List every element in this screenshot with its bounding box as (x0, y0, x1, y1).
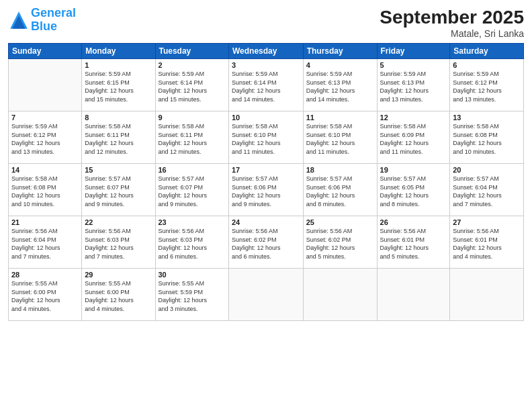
calendar-cell: 5Sunrise: 5:59 AMSunset: 6:13 PMDaylight… (377, 59, 450, 111)
day-info: Sunrise: 5:56 AMSunset: 6:03 PMDaylight:… (159, 227, 226, 261)
calendar-cell (303, 269, 377, 321)
calendar-cell: 21Sunrise: 5:56 AMSunset: 6:04 PMDayligh… (9, 216, 82, 269)
header-saturday: Saturday (450, 44, 524, 59)
day-number: 10 (232, 113, 300, 122)
day-info: Sunrise: 5:56 AMSunset: 6:01 PMDaylight:… (453, 227, 521, 261)
day-number: 9 (159, 113, 226, 122)
calendar-cell: 16Sunrise: 5:57 AMSunset: 6:07 PMDayligh… (155, 164, 228, 216)
day-info: Sunrise: 5:58 AMSunset: 6:11 PMDaylight:… (85, 122, 152, 156)
header-row: Sunday Monday Tuesday Wednesday Thursday… (9, 44, 524, 59)
calendar-cell: 26Sunrise: 5:56 AMSunset: 6:01 PMDayligh… (377, 216, 450, 269)
day-number: 29 (85, 271, 152, 279)
day-info: Sunrise: 5:59 AMSunset: 6:12 PMDaylight:… (453, 70, 521, 103)
day-number: 22 (85, 218, 152, 226)
calendar-cell (450, 269, 524, 321)
calendar-cell: 22Sunrise: 5:56 AMSunset: 6:03 PMDayligh… (82, 216, 155, 269)
header-wednesday: Wednesday (228, 44, 303, 59)
day-info: Sunrise: 5:56 AMSunset: 6:02 PMDaylight:… (306, 227, 374, 261)
calendar-cell: 13Sunrise: 5:58 AMSunset: 6:08 PMDayligh… (450, 111, 524, 164)
day-info: Sunrise: 5:55 AMSunset: 6:00 PMDaylight:… (11, 279, 79, 313)
page-container: General Blue September 2025 Matale, Sri … (0, 0, 532, 411)
calendar-cell: 14Sunrise: 5:58 AMSunset: 6:08 PMDayligh… (9, 164, 82, 216)
day-info: Sunrise: 5:58 AMSunset: 6:08 PMDaylight:… (11, 175, 79, 208)
day-info: Sunrise: 5:59 AMSunset: 6:14 PMDaylight:… (232, 70, 300, 103)
day-info: Sunrise: 5:57 AMSunset: 6:07 PMDaylight:… (159, 175, 226, 208)
day-number: 13 (453, 113, 521, 122)
calendar-cell: 25Sunrise: 5:56 AMSunset: 6:02 PMDayligh… (303, 216, 377, 269)
day-number: 11 (306, 113, 374, 122)
calendar-cell: 1Sunrise: 5:59 AMSunset: 6:15 PMDaylight… (82, 59, 155, 111)
calendar-cell: 27Sunrise: 5:56 AMSunset: 6:01 PMDayligh… (450, 216, 524, 269)
day-number: 2 (159, 61, 226, 69)
calendar-week-1: 1Sunrise: 5:59 AMSunset: 6:15 PMDaylight… (9, 59, 524, 111)
calendar-cell: 17Sunrise: 5:57 AMSunset: 6:06 PMDayligh… (228, 164, 303, 216)
day-info: Sunrise: 5:56 AMSunset: 6:04 PMDaylight:… (11, 227, 79, 261)
day-info: Sunrise: 5:56 AMSunset: 6:01 PMDaylight:… (380, 227, 447, 261)
day-number: 20 (453, 166, 521, 174)
header-sunday: Sunday (9, 44, 82, 59)
calendar-week-3: 14Sunrise: 5:58 AMSunset: 6:08 PMDayligh… (9, 164, 524, 216)
day-info: Sunrise: 5:58 AMSunset: 6:10 PMDaylight:… (232, 122, 300, 156)
day-number: 7 (11, 113, 79, 122)
calendar-cell (377, 269, 450, 321)
calendar-cell: 3Sunrise: 5:59 AMSunset: 6:14 PMDaylight… (228, 59, 303, 111)
calendar-cell: 8Sunrise: 5:58 AMSunset: 6:11 PMDaylight… (82, 111, 155, 164)
calendar-cell: 18Sunrise: 5:57 AMSunset: 6:06 PMDayligh… (303, 164, 377, 216)
calendar-cell: 19Sunrise: 5:57 AMSunset: 6:05 PMDayligh… (377, 164, 450, 216)
location: Matale, Sri Lanka (380, 28, 524, 39)
day-info: Sunrise: 5:58 AMSunset: 6:09 PMDaylight:… (380, 122, 447, 156)
calendar-cell: 2Sunrise: 5:59 AMSunset: 6:14 PMDaylight… (155, 59, 228, 111)
calendar-cell: 15Sunrise: 5:57 AMSunset: 6:07 PMDayligh… (82, 164, 155, 216)
day-info: Sunrise: 5:57 AMSunset: 6:05 PMDaylight:… (380, 175, 447, 208)
calendar-cell: 12Sunrise: 5:58 AMSunset: 6:09 PMDayligh… (377, 111, 450, 164)
header-friday: Friday (377, 44, 450, 59)
day-info: Sunrise: 5:59 AMSunset: 6:14 PMDaylight:… (159, 70, 226, 103)
day-number: 12 (380, 113, 447, 122)
day-number: 23 (159, 218, 226, 226)
day-number: 14 (11, 166, 79, 174)
header-thursday: Thursday (303, 44, 377, 59)
logo-text: General Blue (31, 7, 76, 34)
day-number: 30 (159, 271, 226, 279)
calendar-cell: 24Sunrise: 5:56 AMSunset: 6:02 PMDayligh… (228, 216, 303, 269)
day-info: Sunrise: 5:59 AMSunset: 6:13 PMDaylight:… (306, 70, 374, 103)
day-number: 26 (380, 218, 447, 226)
calendar-table: Sunday Monday Tuesday Wednesday Thursday… (8, 43, 524, 321)
month-title: September 2025 (380, 7, 524, 28)
day-number: 4 (306, 61, 374, 69)
calendar-cell: 6Sunrise: 5:59 AMSunset: 6:12 PMDaylight… (450, 59, 524, 111)
day-info: Sunrise: 5:58 AMSunset: 6:10 PMDaylight:… (306, 122, 374, 156)
day-info: Sunrise: 5:58 AMSunset: 6:08 PMDaylight:… (453, 122, 521, 156)
calendar-cell: 30Sunrise: 5:55 AMSunset: 5:59 PMDayligh… (155, 269, 228, 321)
calendar-cell: 11Sunrise: 5:58 AMSunset: 6:10 PMDayligh… (303, 111, 377, 164)
day-number: 16 (159, 166, 226, 174)
day-info: Sunrise: 5:55 AMSunset: 5:59 PMDaylight:… (159, 279, 226, 313)
day-info: Sunrise: 5:59 AMSunset: 6:15 PMDaylight:… (85, 70, 152, 103)
day-info: Sunrise: 5:59 AMSunset: 6:12 PMDaylight:… (11, 122, 79, 156)
logo: General Blue (8, 7, 76, 34)
calendar-cell (9, 59, 82, 111)
day-number: 15 (85, 166, 152, 174)
day-number: 6 (453, 61, 521, 69)
day-number: 19 (380, 166, 447, 174)
day-info: Sunrise: 5:57 AMSunset: 6:06 PMDaylight:… (306, 175, 374, 208)
calendar-cell: 10Sunrise: 5:58 AMSunset: 6:10 PMDayligh… (228, 111, 303, 164)
day-number: 17 (232, 166, 300, 174)
calendar-cell: 4Sunrise: 5:59 AMSunset: 6:13 PMDaylight… (303, 59, 377, 111)
day-info: Sunrise: 5:57 AMSunset: 6:06 PMDaylight:… (232, 175, 300, 208)
header: General Blue September 2025 Matale, Sri … (8, 7, 524, 39)
day-info: Sunrise: 5:57 AMSunset: 6:04 PMDaylight:… (453, 175, 521, 208)
day-number: 21 (11, 218, 79, 226)
calendar-cell: 29Sunrise: 5:55 AMSunset: 6:00 PMDayligh… (82, 269, 155, 321)
day-number: 8 (85, 113, 152, 122)
calendar-cell: 20Sunrise: 5:57 AMSunset: 6:04 PMDayligh… (450, 164, 524, 216)
calendar-cell: 7Sunrise: 5:59 AMSunset: 6:12 PMDaylight… (9, 111, 82, 164)
day-number: 24 (232, 218, 300, 226)
header-monday: Monday (82, 44, 155, 59)
day-info: Sunrise: 5:56 AMSunset: 6:03 PMDaylight:… (85, 227, 152, 261)
day-number: 28 (11, 271, 79, 279)
day-number: 3 (232, 61, 300, 69)
title-section: September 2025 Matale, Sri Lanka (380, 7, 524, 39)
calendar-cell (228, 269, 303, 321)
day-info: Sunrise: 5:58 AMSunset: 6:11 PMDaylight:… (159, 122, 226, 156)
